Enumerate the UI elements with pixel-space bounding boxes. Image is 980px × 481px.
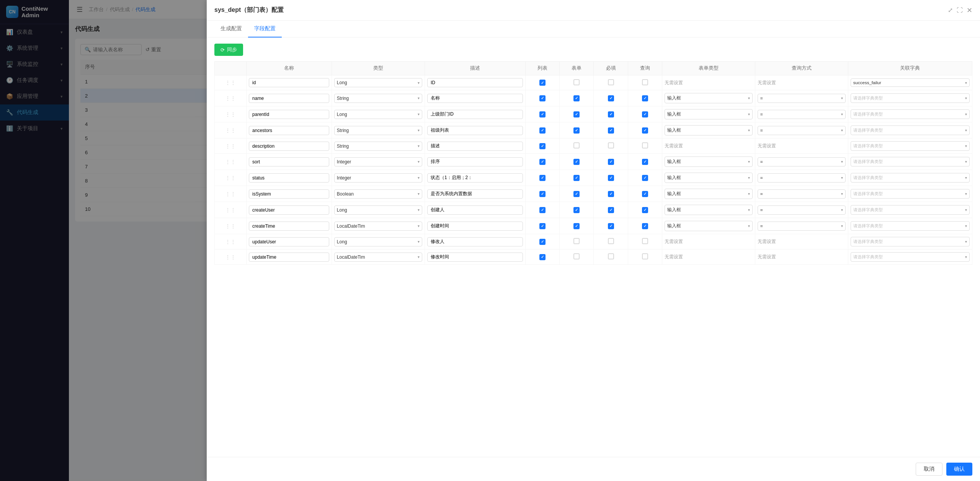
dict-select-parentId[interactable]: 请选择字典类型 ▾ <box>851 109 970 119</box>
tab-generate-config[interactable]: 生成配置 <box>214 21 248 38</box>
dict-select-createUser[interactable]: 请选择字典类型 ▾ <box>851 205 970 215</box>
form-checkbox-status[interactable] <box>573 175 580 181</box>
form-checkbox-parentId[interactable] <box>573 111 580 117</box>
list-checkbox-createUser[interactable] <box>539 207 546 213</box>
required-checkbox-createTime[interactable] <box>608 223 614 229</box>
dict-select-isSystem[interactable]: 请选择字典类型 ▾ <box>851 189 970 199</box>
field-name-input-id[interactable] <box>249 78 329 87</box>
form-checkbox-createTime[interactable] <box>573 223 580 229</box>
list-checkbox-status[interactable] <box>539 175 546 181</box>
form-type-select-status[interactable]: 输入框 ▾ <box>665 173 753 183</box>
list-checkbox-updateUser[interactable] <box>539 239 546 245</box>
drag-handle-sort[interactable]: ⋮⋮ <box>215 154 247 170</box>
form-type-select-sort[interactable]: 输入框 ▾ <box>665 157 753 167</box>
field-type-select-name[interactable]: String ▾ <box>334 94 422 103</box>
required-checkbox-isSystem[interactable] <box>608 191 614 197</box>
field-type-select-status[interactable]: Integer ▾ <box>334 173 422 183</box>
form-type-select-isSystem[interactable]: 输入框 ▾ <box>665 189 753 199</box>
dict-select-updateUser[interactable]: 请选择字典类型 ▾ <box>851 237 970 246</box>
required-checkbox-ancestors[interactable] <box>608 127 614 134</box>
query-method-select-status[interactable]: = ▾ <box>758 173 846 183</box>
field-type-select-isSystem[interactable]: Boolean ▾ <box>334 189 422 199</box>
drag-handle-name[interactable]: ⋮⋮ <box>215 90 247 106</box>
query-method-select-sort[interactable]: = ▾ <box>758 157 846 166</box>
field-name-input-updateUser[interactable] <box>249 237 329 246</box>
required-checkbox-createUser[interactable] <box>608 207 614 213</box>
required-checkbox-updateTime[interactable] <box>608 253 614 259</box>
query-checkbox-id[interactable] <box>642 79 648 85</box>
form-checkbox-sort[interactable] <box>573 159 580 165</box>
required-checkbox-name[interactable] <box>608 95 614 101</box>
field-desc-input-description[interactable] <box>427 142 523 151</box>
sync-button[interactable]: ⟳ 同步 <box>214 44 243 56</box>
form-checkbox-isSystem[interactable] <box>573 191 580 197</box>
drag-handle-id[interactable]: ⋮⋮ <box>215 75 247 90</box>
field-name-input-updateTime[interactable] <box>249 253 329 262</box>
field-desc-input-createUser[interactable] <box>427 205 523 215</box>
field-desc-input-status[interactable] <box>427 173 523 183</box>
drag-handle-status[interactable]: ⋮⋮ <box>215 170 247 186</box>
form-checkbox-updateTime[interactable] <box>573 253 580 259</box>
list-checkbox-id[interactable] <box>539 80 546 86</box>
query-checkbox-createUser[interactable] <box>642 207 648 213</box>
field-type-select-updateUser[interactable]: Long ▾ <box>334 237 422 246</box>
field-type-select-createTime[interactable]: LocalDateTim ▾ <box>334 222 422 231</box>
cancel-button[interactable]: 取消 <box>916 463 942 476</box>
query-checkbox-parentId[interactable] <box>642 111 648 117</box>
form-type-select-createTime[interactable]: 输入框 ▾ <box>665 221 753 231</box>
query-method-select-isSystem[interactable]: = ▾ <box>758 189 846 199</box>
field-desc-input-parentId[interactable] <box>427 110 523 119</box>
field-name-input-name[interactable] <box>249 94 329 103</box>
field-desc-input-updateTime[interactable] <box>427 253 523 262</box>
query-method-select-ancestors[interactable]: = ▾ <box>758 126 846 135</box>
form-type-select-createUser[interactable]: 输入框 ▾ <box>665 205 753 215</box>
required-checkbox-description[interactable] <box>608 142 614 148</box>
list-checkbox-updateTime[interactable] <box>539 254 546 260</box>
field-name-input-isSystem[interactable] <box>249 189 329 199</box>
list-checkbox-parentId[interactable] <box>539 111 546 117</box>
field-name-input-createUser[interactable] <box>249 205 329 215</box>
field-name-input-createTime[interactable] <box>249 222 329 231</box>
field-desc-input-updateUser[interactable] <box>427 237 523 246</box>
form-checkbox-createUser[interactable] <box>573 207 580 213</box>
required-checkbox-parentId[interactable] <box>608 111 614 117</box>
form-checkbox-description[interactable] <box>573 142 580 148</box>
form-checkbox-updateUser[interactable] <box>573 238 580 244</box>
drag-handle-createUser[interactable]: ⋮⋮ <box>215 202 247 218</box>
form-type-select-name[interactable]: 输入框 ▾ <box>665 93 753 103</box>
field-desc-input-createTime[interactable] <box>427 222 523 231</box>
field-desc-input-ancestors[interactable] <box>427 126 523 135</box>
field-type-select-createUser[interactable]: Long ▾ <box>334 205 422 215</box>
query-checkbox-description[interactable] <box>642 142 648 148</box>
required-checkbox-updateUser[interactable] <box>608 238 614 244</box>
field-name-input-description[interactable] <box>249 142 329 151</box>
field-type-select-description[interactable]: String ▾ <box>334 142 422 151</box>
dict-select-updateTime[interactable]: 请选择字典类型 ▾ <box>851 252 970 262</box>
form-checkbox-id[interactable] <box>573 79 580 85</box>
dict-select-status[interactable]: 请选择字典类型 ▾ <box>851 173 970 183</box>
dict-select-name[interactable]: 请选择字典类型 ▾ <box>851 93 970 103</box>
drag-handle-isSystem[interactable]: ⋮⋮ <box>215 186 247 202</box>
tab-field-config[interactable]: 字段配置 <box>248 21 282 38</box>
query-checkbox-status[interactable] <box>642 175 648 181</box>
query-checkbox-updateTime[interactable] <box>642 253 648 259</box>
field-desc-input-id[interactable] <box>427 78 523 87</box>
field-desc-input-sort[interactable] <box>427 157 523 166</box>
field-type-select-ancestors[interactable]: String ▾ <box>334 126 422 135</box>
form-type-select-parentId[interactable]: 输入框 ▾ <box>665 109 753 119</box>
list-checkbox-name[interactable] <box>539 95 546 101</box>
field-name-input-sort[interactable] <box>249 157 329 166</box>
query-checkbox-isSystem[interactable] <box>642 191 648 197</box>
field-type-select-id[interactable]: Long ▾ <box>334 78 422 87</box>
query-checkbox-sort[interactable] <box>642 159 648 165</box>
field-type-select-updateTime[interactable]: LocalDateTim ▾ <box>334 253 422 262</box>
drag-handle-ancestors[interactable]: ⋮⋮ <box>215 122 247 139</box>
field-name-input-parentId[interactable] <box>249 110 329 119</box>
list-checkbox-ancestors[interactable] <box>539 127 546 134</box>
list-checkbox-sort[interactable] <box>539 159 546 165</box>
field-type-select-sort[interactable]: Integer ▾ <box>334 157 422 166</box>
query-checkbox-createTime[interactable] <box>642 223 648 229</box>
drag-handle-description[interactable]: ⋮⋮ <box>215 139 247 154</box>
query-checkbox-updateUser[interactable] <box>642 238 648 244</box>
dict-select-sort[interactable]: 请选择字典类型 ▾ <box>851 157 970 166</box>
